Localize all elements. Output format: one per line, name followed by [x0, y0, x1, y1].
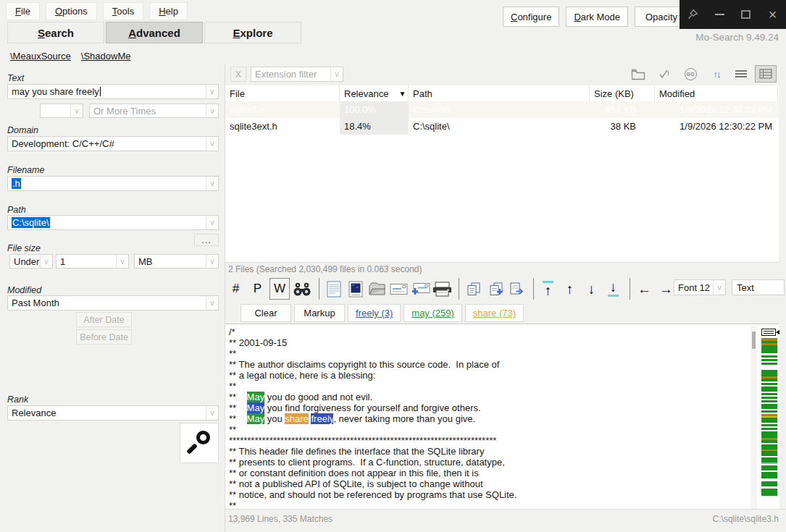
column-header-size-kb-[interactable]: Size (KB) [590, 85, 655, 101]
email-button[interactable] [389, 278, 409, 300]
or-more-times-combo[interactable]: Or More Times v [89, 104, 219, 118]
preview-text: /*** 2001-09-15**** The author disclaims… [225, 324, 779, 509]
preview-line: ** May you do good and not evil. [229, 392, 779, 402]
chevron-down-icon[interactable]: v [206, 104, 218, 117]
extension-filter-combo[interactable]: Extension filter v [251, 67, 343, 82]
close-button[interactable]: × [761, 4, 785, 25]
sort-desc-icon: ▼ [398, 90, 406, 98]
link-shadowme[interactable]: \ShadowMe [81, 51, 131, 62]
last-match-button[interactable]: ↓ [603, 278, 623, 300]
email-add-button[interactable] [411, 278, 430, 300]
plain-view-button[interactable]: P [248, 278, 267, 300]
search-button[interactable] [180, 423, 219, 463]
menu-tools[interactable]: Tools [103, 2, 143, 20]
chevron-down-icon[interactable]: v [206, 296, 218, 310]
forward-button[interactable]: → [656, 278, 676, 300]
column-header-path[interactable]: Path [409, 85, 590, 101]
sort-arrows-button[interactable]: ↑↓ [706, 65, 727, 83]
open-in-editor-button[interactable] [346, 278, 365, 300]
filesize-unit-combo[interactable]: MB v [134, 254, 219, 269]
domain-combo[interactable]: Development: C/C++/C# v [7, 136, 219, 151]
menu-options[interactable]: Options [46, 2, 97, 20]
first-match-button[interactable]: ↑ [538, 278, 558, 300]
modified-combo[interactable]: Past Month v [7, 295, 219, 311]
filename-input[interactable]: .h v [7, 176, 219, 191]
chevron-down-icon[interactable]: v [116, 255, 128, 268]
word-wrap-button[interactable]: W [269, 278, 290, 300]
browse-button[interactable]: ... [194, 234, 219, 246]
filename-label: Filename [7, 165, 44, 175]
table-row[interactable]: sqlite3.h100.0%C:\sqlite\657 KB1/9/2026 … [225, 101, 779, 118]
filesize-op-combo[interactable]: Under v [9, 254, 53, 269]
tab-search[interactable]: Search [7, 22, 104, 43]
link-meauxsource[interactable]: \MeauxSource [10, 51, 71, 62]
print-button[interactable] [432, 278, 452, 300]
column-header-relevance[interactable]: Relevance▼ [340, 85, 409, 101]
chevron-down-icon[interactable]: v [713, 280, 725, 295]
match-tab-markup[interactable]: Markup [294, 304, 345, 322]
column-header-modified[interactable]: Modified [655, 85, 778, 101]
column-header-file[interactable]: File [225, 85, 340, 101]
font-selector-combo[interactable]: Font 12 v [674, 279, 726, 295]
notepad-button[interactable] [324, 278, 343, 300]
clear-filter-button[interactable]: X [230, 67, 246, 82]
dark-mode-button[interactable]: Dark Mode [566, 7, 628, 27]
app-window: FileOptionsToolsHelp ConfigureDark ModeO… [0, 0, 786, 532]
chevron-down-icon[interactable]: v [206, 216, 218, 229]
match-tab-share[interactable]: share (73) [465, 304, 524, 322]
copy-button[interactable] [464, 278, 483, 300]
details-view-button[interactable] [755, 65, 777, 83]
chevron-down-icon[interactable]: v [206, 255, 218, 268]
table-row[interactable]: sqlite3ext.h18.4%C:\sqlite\38 KB1/9/2026… [225, 118, 779, 135]
count-combo[interactable]: v [40, 104, 83, 118]
modified-label: Modified [7, 285, 41, 295]
preview-line: ** [229, 381, 779, 392]
configure-button[interactable]: Configure [503, 7, 559, 27]
tab-explore[interactable]: Explore [204, 22, 301, 43]
chevron-down-icon[interactable]: v [206, 85, 218, 98]
match-map[interactable] [761, 327, 779, 509]
chevron-down-icon[interactable]: v [206, 137, 218, 151]
list-view-button[interactable] [730, 65, 752, 83]
chevron-down-icon[interactable]: v [206, 406, 218, 420]
envelope-plus-icon [411, 282, 430, 296]
menu-help[interactable]: Help [149, 2, 188, 20]
maximize-button[interactable] [735, 4, 758, 25]
chevron-down-icon[interactable]: v [330, 67, 343, 81]
editor-toolbar: #PW↑↑↓↓←→ [226, 276, 678, 302]
filesize-value-combo[interactable]: 1 v [56, 254, 129, 269]
scrollbar-thumb[interactable] [752, 332, 756, 349]
match-tab-may[interactable]: may (259) [404, 304, 462, 322]
chevron-down-icon[interactable]: v [40, 255, 52, 268]
text-input[interactable]: may you share freely v [7, 84, 219, 99]
check-filter-button[interactable] [653, 65, 675, 83]
copy-add-button[interactable] [485, 278, 505, 300]
after-date-button[interactable]: After Date [76, 312, 132, 327]
status-bar: 13,969 Lines, 335 Matches C:\sqlite\sqli… [225, 509, 786, 528]
export-button[interactable] [507, 278, 527, 300]
pin-button[interactable] [681, 4, 704, 25]
path-input[interactable]: C:\sqlite\ v [7, 215, 219, 230]
prev-match-button[interactable]: ↑ [560, 278, 580, 300]
chevron-down-icon[interactable]: v [70, 104, 83, 117]
match-tab-freely[interactable]: freely (3) [348, 304, 401, 322]
number-lines-button[interactable]: # [226, 278, 246, 300]
rank-combo[interactable]: Relevance v [7, 405, 219, 421]
next-match-button[interactable]: ↓ [582, 278, 601, 300]
match-tab-clear[interactable]: Clear [241, 304, 291, 322]
doc-image-icon [348, 281, 363, 297]
folder-button[interactable] [627, 65, 649, 83]
minimize-icon [715, 14, 724, 15]
go-button[interactable]: GO [680, 65, 701, 83]
preview-scrollbar[interactable] [751, 326, 757, 509]
menu-file[interactable]: File [6, 2, 40, 20]
back-button[interactable]: ← [635, 278, 654, 300]
open-folder-button[interactable] [367, 278, 387, 300]
find-text-input[interactable]: Text [732, 279, 785, 295]
find-button[interactable] [292, 278, 312, 300]
tab-advanced[interactable]: Advanced [106, 22, 203, 43]
before-date-button[interactable]: Before Date [76, 329, 132, 345]
results-body: sqlite3.h100.0%C:\sqlite\657 KB1/9/2026 … [225, 101, 779, 135]
chevron-down-icon[interactable]: v [206, 177, 218, 190]
minimize-button[interactable] [708, 4, 731, 25]
